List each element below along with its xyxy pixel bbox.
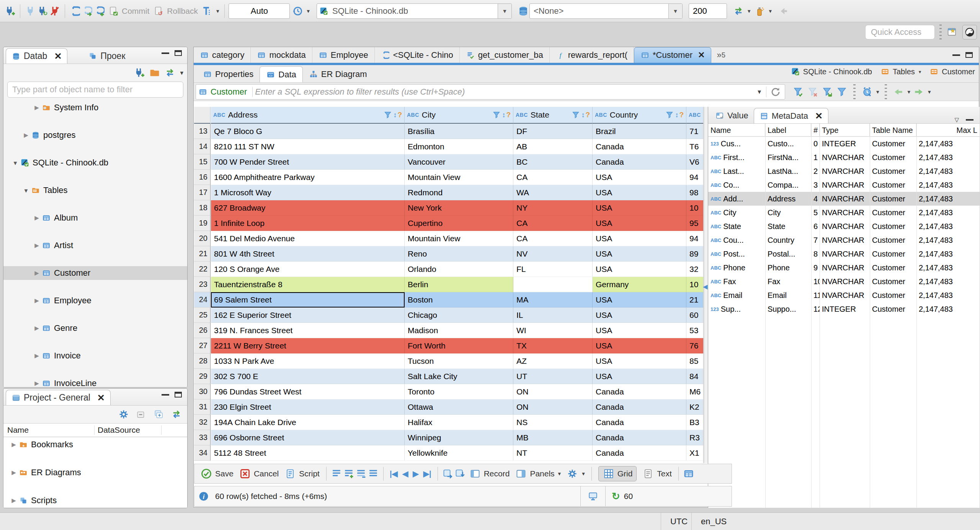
- open-perspective-icon[interactable]: [946, 26, 959, 38]
- grid-cell[interactable]: USA: [593, 170, 686, 185]
- expand-arrow-icon[interactable]: ▶: [32, 325, 42, 332]
- row-number[interactable]: 29: [194, 369, 211, 384]
- column-header-address[interactable]: ABCAddress↕?: [211, 107, 405, 124]
- sort-icon[interactable]: ↕: [393, 111, 397, 119]
- expand-arrow-icon[interactable]: ▶: [32, 352, 42, 359]
- grid-cell[interactable]: K2: [686, 399, 704, 415]
- column-header-country[interactable]: ABCCountry↕?: [593, 107, 686, 124]
- tab-er-diagram[interactable]: ER Diagram: [303, 66, 373, 82]
- inline-edit-icon[interactable]: [330, 468, 343, 480]
- grid-cell[interactable]: T6: [686, 139, 704, 154]
- link-with-editor-icon[interactable]: [164, 67, 176, 79]
- grid-cell[interactable]: Mountain View: [405, 170, 513, 185]
- grid-cell[interactable]: Canada: [593, 430, 686, 445]
- grid-cell[interactable]: 10: [686, 200, 704, 216]
- grid-cell[interactable]: Boston: [405, 292, 513, 308]
- metadata-row[interactable]: ABCCityCity5NVARCHARCustomer2,147,483: [708, 206, 980, 219]
- meta-column-table-name[interactable]: Table Name: [870, 124, 916, 137]
- grid-cell[interactable]: FL: [513, 262, 593, 277]
- meta-column-name[interactable]: Name: [708, 124, 765, 137]
- back-arrow-icon[interactable]: [777, 5, 789, 17]
- grid-cell[interactable]: Tauentzienstraße 8: [211, 277, 405, 292]
- sql-history-button[interactable]: ▾: [291, 5, 310, 17]
- text-view-button[interactable]: Text: [642, 468, 672, 480]
- expand-all-icon[interactable]: [153, 408, 165, 420]
- row-number[interactable]: 34: [194, 445, 211, 461]
- row-number[interactable]: 27: [194, 338, 211, 353]
- metadata-row[interactable]: ABCLast...LastNa...2NVARCHARCustomer2,14…: [708, 164, 980, 178]
- link-with-editor-icon[interactable]: [170, 408, 183, 420]
- grid-cell[interactable]: NY: [513, 200, 593, 216]
- quick-filter-icon[interactable]: ?: [585, 111, 590, 119]
- grid-cell[interactable]: 162 E Superior Street: [211, 308, 405, 323]
- maximize-icon[interactable]: [965, 52, 973, 58]
- minimize-icon[interactable]: [162, 52, 169, 54]
- metadata-row[interactable]: ABCAdd...Address4NVARCHARCustomer2,147,4…: [708, 192, 980, 206]
- grid-cell[interactable]: NT: [513, 445, 593, 461]
- tab-value[interactable]: Value: [710, 108, 754, 123]
- grid-cell[interactable]: Madison: [405, 323, 513, 338]
- grid-cell[interactable]: 53: [686, 323, 704, 338]
- close-icon[interactable]: ✕: [97, 393, 105, 403]
- metadata-row[interactable]: ABCCou...Country7NVARCHARCustomer2,147,4…: [708, 233, 980, 247]
- database-selector-arrow[interactable]: ▼: [498, 4, 511, 18]
- expand-arrow-icon[interactable]: ▶: [32, 270, 42, 276]
- grid-cell[interactable]: USA: [593, 353, 686, 369]
- custom-filter-icon[interactable]: [836, 86, 848, 98]
- grid-cell[interactable]: Fort Worth: [405, 338, 513, 353]
- row-number[interactable]: 19: [194, 216, 211, 231]
- grid-cell[interactable]: Winnipeg: [405, 430, 513, 445]
- grid-cell[interactable]: 21: [686, 292, 704, 308]
- metadata-row[interactable]: ABCFirst...FirstNa...1NVARCHARCustomer2,…: [708, 150, 980, 164]
- grid-cell[interactable]: ON: [513, 399, 593, 415]
- auto-refresh-icon[interactable]: [861, 86, 873, 98]
- grid-cell[interactable]: USA: [593, 369, 686, 384]
- grid-cell[interactable]: USA: [593, 246, 686, 262]
- expand-arrow-icon[interactable]: ▶: [32, 380, 42, 387]
- grid-cell[interactable]: 85: [686, 353, 704, 369]
- row-number[interactable]: 28: [194, 353, 211, 369]
- row-number[interactable]: 24: [194, 292, 211, 308]
- new-connection-icon[interactable]: [133, 67, 145, 79]
- grid-cell[interactable]: M6: [686, 384, 704, 399]
- new-sql-script-icon[interactable]: [93, 5, 106, 17]
- tree-item-album[interactable]: ▶Album: [3, 211, 187, 225]
- meta-column-max-l[interactable]: Max L: [916, 124, 980, 137]
- grid-cell[interactable]: Brazil: [593, 124, 686, 139]
- meta-column-type[interactable]: Type: [820, 124, 870, 137]
- status-panel-button[interactable]: [580, 486, 605, 506]
- filter-history-dropdown-icon[interactable]: ▼: [756, 88, 762, 95]
- grid-cell[interactable]: Vancouver: [405, 154, 513, 170]
- rollback-button[interactable]: ↺ Rollback: [152, 5, 198, 17]
- apply-filter-icon[interactable]: [792, 86, 804, 98]
- grid-cell[interactable]: Germany: [593, 277, 686, 292]
- grid-cell[interactable]: 1600 Amphitheatre Parkway: [211, 170, 405, 185]
- tree-item-genre[interactable]: ▶Genre: [3, 321, 187, 335]
- tree-item-customer[interactable]: ▶Customer: [3, 266, 187, 280]
- tree-item-system-info[interactable]: ▶iSystem Info: [3, 101, 187, 115]
- editor-tab-get-customer-ba[interactable]: get_customer_ba: [460, 47, 550, 63]
- grid-cell[interactable]: [513, 277, 593, 292]
- expand-arrow-icon[interactable]: ▶: [32, 214, 42, 221]
- sort-icon[interactable]: ↕: [581, 111, 585, 119]
- grid-cell[interactable]: 98: [686, 185, 704, 200]
- row-number[interactable]: 21: [194, 246, 211, 262]
- column-header-city[interactable]: ABCCity↕?: [405, 107, 513, 124]
- expand-arrow-icon[interactable]: ▶: [9, 497, 19, 504]
- grid-cell[interactable]: 1033 N Park Ave: [211, 353, 405, 369]
- grid-cell[interactable]: USA: [593, 216, 686, 231]
- previous-row-icon[interactable]: ◀: [402, 469, 408, 478]
- metadata-row[interactable]: ABCFaxFax10NVARCHARCustomer2,147,483: [708, 275, 980, 288]
- grid-cell[interactable]: 69 Salem Street: [211, 292, 405, 308]
- grid-cell[interactable]: Reno: [405, 246, 513, 262]
- tab-database-navigator[interactable]: Datab ✕: [6, 48, 67, 64]
- editor-tab--sqlite-chino[interactable]: <SQLite - Chino: [375, 47, 460, 63]
- script-button[interactable]: Script: [284, 468, 320, 480]
- grid-cell[interactable]: USA: [593, 262, 686, 277]
- remove-filter-icon[interactable]: [807, 86, 819, 98]
- commit-mode-combo[interactable]: Auto: [229, 3, 290, 19]
- row-number[interactable]: 25: [194, 308, 211, 323]
- row-number[interactable]: 14: [194, 139, 211, 154]
- next-page-icon[interactable]: [913, 86, 925, 98]
- new-connection-icon[interactable]: [4, 5, 16, 17]
